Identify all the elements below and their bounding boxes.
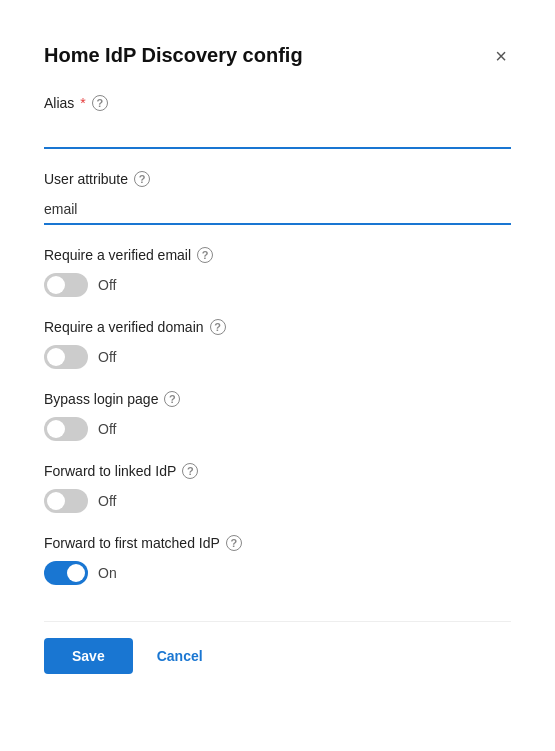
require-verified-email-label: Require a verified email ? (44, 247, 511, 263)
modal-footer: Save Cancel (44, 621, 511, 674)
require-verified-email-state: Off (98, 277, 116, 293)
bypass-login-page-state: Off (98, 421, 116, 437)
forward-to-first-matched-idp-state: On (98, 565, 117, 581)
require-verified-domain-label-text: Require a verified domain (44, 319, 204, 335)
user-attribute-help-icon[interactable]: ? (134, 171, 150, 187)
require-verified-email-toggle[interactable] (44, 273, 88, 297)
require-verified-email-slider (44, 273, 88, 297)
require-verified-email-help-icon[interactable]: ? (197, 247, 213, 263)
modal-container: Home IdP Discovery config × Alias * ? Us… (20, 20, 535, 698)
bypass-login-page-label: Bypass login page ? (44, 391, 511, 407)
forward-to-linked-idp-label-text: Forward to linked IdP (44, 463, 176, 479)
forward-to-linked-idp-group: Forward to linked IdP ? Off (44, 463, 511, 513)
forward-to-linked-idp-help-icon[interactable]: ? (182, 463, 198, 479)
require-verified-domain-group: Require a verified domain ? Off (44, 319, 511, 369)
forward-to-first-matched-idp-group: Forward to first matched IdP ? On (44, 535, 511, 585)
alias-label-text: Alias (44, 95, 74, 111)
alias-label: Alias * ? (44, 95, 511, 111)
user-attribute-label-text: User attribute (44, 171, 128, 187)
forward-to-linked-idp-toggle[interactable] (44, 489, 88, 513)
user-attribute-input[interactable] (44, 195, 511, 225)
require-verified-domain-help-icon[interactable]: ? (210, 319, 226, 335)
require-verified-domain-slider (44, 345, 88, 369)
require-verified-email-toggle-row: Off (44, 273, 511, 297)
forward-to-linked-idp-label: Forward to linked IdP ? (44, 463, 511, 479)
require-verified-email-group: Require a verified email ? Off (44, 247, 511, 297)
forward-to-first-matched-idp-help-icon[interactable]: ? (226, 535, 242, 551)
cancel-button[interactable]: Cancel (149, 638, 211, 674)
user-attribute-group: User attribute ? (44, 171, 511, 225)
alias-group: Alias * ? (44, 95, 511, 149)
require-verified-domain-label: Require a verified domain ? (44, 319, 511, 335)
bypass-login-page-help-icon[interactable]: ? (164, 391, 180, 407)
require-verified-domain-state: Off (98, 349, 116, 365)
modal-title: Home IdP Discovery config (44, 44, 303, 67)
forward-to-first-matched-idp-toggle-row: On (44, 561, 511, 585)
save-button[interactable]: Save (44, 638, 133, 674)
bypass-login-page-toggle[interactable] (44, 417, 88, 441)
bypass-login-page-group: Bypass login page ? Off (44, 391, 511, 441)
modal-header: Home IdP Discovery config × (44, 44, 511, 67)
forward-to-first-matched-idp-slider (44, 561, 88, 585)
forward-to-first-matched-idp-toggle[interactable] (44, 561, 88, 585)
alias-help-icon[interactable]: ? (92, 95, 108, 111)
alias-input[interactable] (44, 119, 511, 149)
forward-to-first-matched-idp-label: Forward to first matched IdP ? (44, 535, 511, 551)
user-attribute-label: User attribute ? (44, 171, 511, 187)
bypass-login-page-toggle-row: Off (44, 417, 511, 441)
forward-to-first-matched-idp-label-text: Forward to first matched IdP (44, 535, 220, 551)
require-verified-domain-toggle[interactable] (44, 345, 88, 369)
require-verified-domain-toggle-row: Off (44, 345, 511, 369)
forward-to-linked-idp-slider (44, 489, 88, 513)
alias-required-star: * (80, 95, 85, 111)
bypass-login-page-label-text: Bypass login page (44, 391, 158, 407)
close-button[interactable]: × (491, 46, 511, 66)
bypass-login-page-slider (44, 417, 88, 441)
forward-to-linked-idp-state: Off (98, 493, 116, 509)
require-verified-email-label-text: Require a verified email (44, 247, 191, 263)
forward-to-linked-idp-toggle-row: Off (44, 489, 511, 513)
